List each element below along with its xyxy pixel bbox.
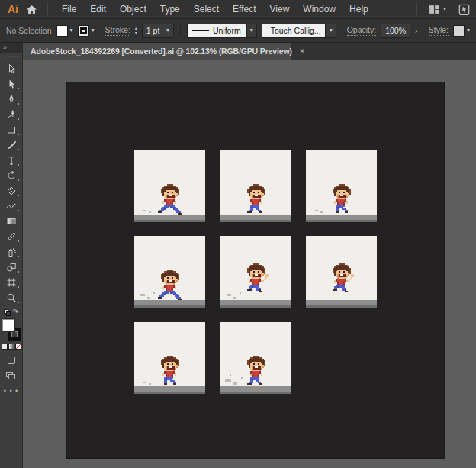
artboard-tool[interactable] bbox=[2, 275, 21, 289]
sprite-frame-7[interactable] bbox=[134, 322, 205, 394]
menu-file[interactable]: File bbox=[55, 0, 83, 18]
stroke-weight-field[interactable]: 1 pt ▾ bbox=[142, 24, 174, 38]
panel-grip[interactable] bbox=[5, 56, 18, 57]
width-profile-dropdown[interactable]: Uniform ▾ bbox=[187, 24, 257, 38]
stepper-up-icon[interactable]: ▴ bbox=[135, 27, 137, 31]
sprite-frame-8[interactable] bbox=[220, 322, 291, 394]
screen-mode-icon bbox=[6, 372, 16, 379]
tools-list bbox=[2, 61, 21, 305]
opacity-label[interactable]: Opacity: bbox=[347, 25, 377, 36]
chevron-down-icon[interactable]: ▾ bbox=[70, 27, 73, 34]
eraser-icon bbox=[6, 186, 17, 196]
pen-icon bbox=[6, 94, 17, 105]
stroke-color-picker[interactable]: ▾ bbox=[78, 25, 95, 37]
pasteboard[interactable] bbox=[23, 60, 476, 468]
sprite-frame-5[interactable] bbox=[220, 236, 291, 308]
control-bar: No Selection ▾ ▾ Stroke: ▴ ▾ 1 pt ▾ Unif… bbox=[0, 18, 476, 43]
style-swatch[interactable] bbox=[453, 25, 465, 37]
stroke-weight-value[interactable]: 1 pt bbox=[146, 26, 160, 35]
symbol-sprayer-icon bbox=[6, 247, 17, 257]
fill-stroke-indicator[interactable] bbox=[2, 319, 21, 341]
document-tab[interactable]: AdobeStock_184392269 [Converted].ai @ 10… bbox=[23, 43, 291, 60]
swap-fill-stroke-icon[interactable]: ↷ bbox=[12, 308, 18, 316]
chevron-down-icon[interactable]: ▾ bbox=[330, 27, 333, 34]
rectangle-tool[interactable] bbox=[2, 122, 21, 137]
illustrator-logo[interactable]: Ai bbox=[8, 3, 18, 15]
chevron-down-icon[interactable]: ▾ bbox=[166, 27, 169, 34]
chevron-down-icon[interactable]: ▾ bbox=[250, 27, 253, 34]
menu-object[interactable]: Object bbox=[113, 0, 153, 18]
direct-selection-tool[interactable] bbox=[2, 76, 21, 91]
color-mode-button[interactable] bbox=[2, 344, 8, 350]
artboard-icon bbox=[6, 277, 17, 288]
direct-selection-icon bbox=[6, 79, 17, 89]
menu-help[interactable]: Help bbox=[343, 0, 375, 18]
selection-tool[interactable] bbox=[2, 61, 21, 76]
none-mode-button[interactable] bbox=[15, 344, 21, 350]
close-tab-icon[interactable]: × bbox=[300, 47, 305, 56]
menu-effect[interactable]: Effect bbox=[226, 0, 262, 18]
rotate-tool[interactable] bbox=[2, 168, 21, 182]
opacity-flyout-icon[interactable]: › bbox=[415, 26, 418, 35]
pen-tool[interactable] bbox=[2, 92, 21, 106]
paintbrush-tool[interactable] bbox=[2, 137, 21, 152]
selection-icon bbox=[6, 63, 17, 74]
style-label[interactable]: Style: bbox=[429, 25, 449, 36]
artboard[interactable] bbox=[66, 82, 445, 459]
opacity-value[interactable]: 100% bbox=[385, 26, 406, 35]
eyedropper-tool[interactable] bbox=[2, 229, 21, 244]
stroke-label[interactable]: Stroke: bbox=[105, 25, 130, 36]
fill-color-picker[interactable]: ▾ bbox=[56, 25, 73, 37]
menu-edit[interactable]: Edit bbox=[83, 0, 113, 18]
chevron-down-icon[interactable]: ▾ bbox=[92, 27, 95, 34]
zoom-tool[interactable] bbox=[2, 290, 21, 305]
fill-swatch[interactable] bbox=[56, 25, 68, 37]
workspace-switcher-icon[interactable]: ▾ bbox=[429, 4, 446, 15]
shape-builder-icon bbox=[6, 262, 17, 273]
stroke-profile-preview bbox=[192, 30, 209, 31]
sprite-frame-1[interactable] bbox=[134, 150, 205, 222]
tools-panel: » ↷ • • • bbox=[0, 43, 23, 468]
curvature-tool[interactable] bbox=[2, 107, 21, 121]
menu-window[interactable]: Window bbox=[296, 0, 343, 18]
stepper-down-icon[interactable]: ▾ bbox=[135, 31, 137, 35]
gradient-mode-button[interactable] bbox=[8, 344, 14, 350]
stroke-weight-stepper[interactable]: ▴ ▾ bbox=[135, 27, 137, 35]
eraser-tool[interactable] bbox=[2, 183, 21, 198]
chevron-down-icon[interactable]: ▾ bbox=[467, 27, 470, 34]
shaper-tool[interactable] bbox=[2, 198, 21, 213]
menu-select[interactable]: Select bbox=[187, 0, 226, 18]
collapse-panel-button[interactable]: » bbox=[0, 43, 22, 53]
divider bbox=[416, 4, 417, 15]
shaper-icon bbox=[6, 201, 17, 211]
gradient-tool[interactable] bbox=[2, 214, 21, 228]
gradient-icon bbox=[6, 216, 17, 227]
screen-mode-button[interactable] bbox=[2, 370, 21, 382]
type-tool[interactable] bbox=[2, 153, 21, 167]
menu-view[interactable]: View bbox=[263, 0, 297, 18]
sprite-frame-4[interactable] bbox=[134, 236, 205, 308]
type-icon bbox=[6, 155, 17, 166]
style-dropdown[interactable]: ▾ bbox=[453, 25, 470, 37]
rotate-icon bbox=[6, 170, 17, 181]
selection-status: No Selection bbox=[6, 26, 52, 35]
menu-type[interactable]: Type bbox=[153, 0, 187, 18]
home-icon[interactable] bbox=[23, 4, 40, 15]
shape-builder-tool[interactable] bbox=[2, 260, 21, 274]
stroke-swatch[interactable] bbox=[78, 25, 89, 37]
symbol-sprayer-tool[interactable] bbox=[2, 244, 21, 259]
drawing-mode-button[interactable] bbox=[2, 354, 21, 366]
sprite-frame-6[interactable] bbox=[306, 236, 377, 308]
document-title: AdobeStock_184392269 [Converted].ai @ 10… bbox=[31, 47, 292, 56]
sprite-frame-2[interactable] bbox=[220, 150, 291, 222]
sprite-frame-3[interactable] bbox=[306, 150, 377, 222]
fill-proxy[interactable] bbox=[2, 319, 14, 331]
curvature-icon bbox=[6, 109, 17, 120]
share-screen-icon[interactable] bbox=[458, 4, 470, 15]
width-profile-value: Uniform bbox=[213, 26, 241, 35]
edit-toolbar-button[interactable]: • • • bbox=[2, 385, 21, 397]
opacity-field[interactable]: 100% bbox=[381, 24, 410, 38]
brush-definition-dropdown[interactable]: Touch Callig... ▾ bbox=[262, 24, 336, 38]
zoom-icon bbox=[6, 292, 17, 303]
double-chevron-icon: » bbox=[3, 44, 7, 51]
